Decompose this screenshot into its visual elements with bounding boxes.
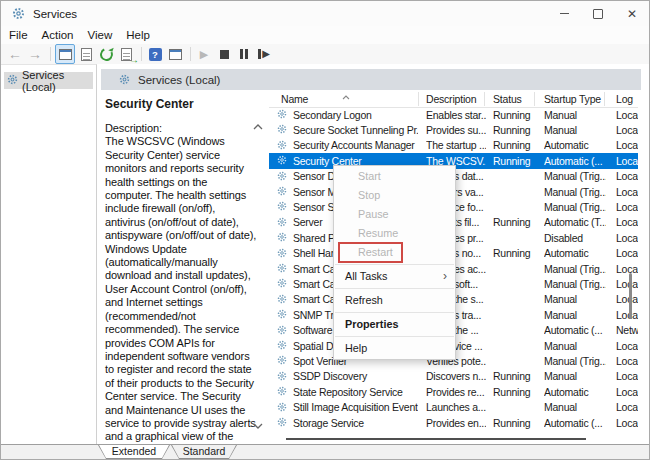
menu-item-label: Resume [358,227,398,239]
service-gear-icon [277,278,287,290]
show-console-tree-button[interactable] [55,44,75,64]
pause-service-button[interactable] [235,45,253,63]
service-gear-icon [277,186,287,198]
service-gear-icon [277,309,287,321]
cell-startup-type: Disabled [544,232,606,244]
menu-file[interactable]: File [9,29,37,41]
column-header-name[interactable]: Name [281,93,308,105]
service-row[interactable]: Secure Socket Tunneling Pr...Provides su… [269,122,638,137]
cell-description: Discovers n... [426,370,486,382]
context-menu-item-restart[interactable]: Restart [334,243,455,262]
cell-log-on-as: Loca [616,247,638,259]
cell-log-on-as: Loca [616,216,638,228]
cell-status: Running [493,216,538,228]
context-menu: StartStopPauseResumeRestartAll Tasks›Ref… [333,165,456,360]
cell-name: State Repository Service [293,386,418,398]
tab-label: Standard [172,445,236,458]
column-header-status[interactable]: Status [493,93,522,105]
cell-startup-type: Manual (Trig... [544,186,606,198]
context-menu-item-resume[interactable]: Resume [334,224,455,243]
help-button[interactable]: ? [146,45,164,63]
restart-service-button[interactable]: ▶ [255,45,273,63]
show-action-pane-button[interactable] [166,45,184,63]
cell-status: Running [493,124,538,136]
maximize-button[interactable] [581,1,615,26]
cell-description: Provides en... [426,417,486,429]
close-button[interactable]: ✕ [615,1,649,26]
context-menu-item-all-tasks[interactable]: All Tasks› [334,267,455,286]
toolbar: ← → → ? ▶ ▶ [1,44,650,65]
cell-status: Running [493,139,538,151]
tab-standard[interactable]: Standard [171,445,237,459]
start-service-button[interactable]: ▶ [195,45,213,63]
cell-startup-type: Automatic (... [544,155,606,167]
cell-name: SSDP Discovery [293,370,418,382]
cell-startup-type: Automatic [544,247,606,259]
service-gear-icon [277,340,287,352]
refresh-button[interactable] [97,45,115,63]
cell-startup-type: Manual [544,340,606,352]
menu-action[interactable]: Action [42,29,83,41]
context-menu-item-start[interactable]: Start [334,167,455,186]
service-gear-icon [277,109,287,121]
cell-name: Security Accounts Manager [293,139,418,151]
menu-view[interactable]: View [88,29,122,41]
selected-service-title: Security Center [105,97,194,111]
footer-tab-band: ExtendedStandard [1,444,649,460]
cell-status: Running [493,386,538,398]
cell-log-on-as: Loca [616,293,638,305]
context-menu-item-properties[interactable]: Properties [334,315,455,334]
export-list-button[interactable]: → [117,45,135,63]
forward-button[interactable]: → [26,45,44,63]
menu-item-label: All Tasks [345,270,387,282]
cell-startup-type: Manual (Trig... [544,355,606,367]
service-gear-icon [277,325,287,337]
service-row[interactable]: Security Accounts ManagerThe startup ...… [269,138,638,153]
horizontal-scrollbar-thumb[interactable] [286,438,586,440]
service-row[interactable]: Still Image Acquisition EventsLaunches a… [269,400,638,415]
context-menu-item-refresh[interactable]: Refresh [334,291,455,310]
context-menu-item-stop[interactable]: Stop [334,186,455,205]
vertical-scrollbar-thumb[interactable] [629,273,632,319]
column-separator [534,92,535,106]
column-header-startup-type[interactable]: Startup Type [544,93,601,105]
scroll-up-icon[interactable] [253,120,263,132]
service-row[interactable]: SSDP DiscoveryDiscovers n...RunningManua… [269,369,638,384]
tree-item-services-local[interactable]: Services (Local) [4,72,93,89]
tab-extended[interactable]: Extended [98,445,170,459]
menu-separator [335,264,454,265]
service-row[interactable]: Secondary LogonEnables star...RunningMan… [269,107,638,122]
description-label: Description: [105,122,162,134]
cell-startup-type: Automatic [544,139,606,151]
cell-status: Running [493,247,538,259]
service-row[interactable]: Storage ServiceProvides en...RunningAuto… [269,415,638,430]
context-menu-item-pause[interactable]: Pause [334,205,455,224]
service-gear-icon [277,417,287,429]
context-menu-item-help[interactable]: Help [334,339,455,358]
minimize-button[interactable] [547,1,581,26]
cell-log-on-as: Loca [616,124,638,136]
scroll-down-icon[interactable] [253,419,263,431]
cell-startup-type: Manual [544,124,606,136]
cell-status: Running [493,417,538,429]
menu-item-label: Properties [345,318,398,330]
menu-help[interactable]: Help [126,29,159,41]
services-gear-icon [12,7,25,20]
properties-button[interactable] [77,45,95,63]
column-separator [484,92,485,106]
minimize-icon [560,13,569,14]
service-gear-icon [277,140,287,152]
back-button[interactable]: ← [6,45,24,63]
stop-service-button[interactable] [215,45,233,63]
service-gear-icon [277,294,287,306]
cell-log-on-as: Loca [616,340,638,352]
service-row[interactable]: State Repository ServiceProvides re...Ru… [269,384,638,399]
cell-name: Secondary Logon [293,109,418,121]
toolbar-separator [190,47,191,61]
submenu-arrow-icon: › [443,267,447,286]
column-header-description[interactable]: Description [426,93,476,105]
column-header-log[interactable]: Log [616,93,633,105]
service-gear-icon [277,386,287,398]
properties-icon [81,48,92,61]
refresh-icon [98,46,115,63]
